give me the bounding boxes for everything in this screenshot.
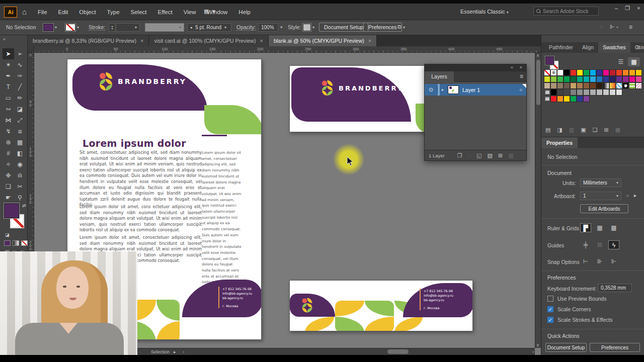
swatch[interactable]	[609, 76, 616, 82]
scroll-down-icon[interactable]: ∨	[536, 343, 539, 347]
mesh-tool[interactable]: #	[3, 148, 14, 159]
document-tab[interactable]: blank.ai @ 50% (CMYK/GPU Preview)×	[269, 35, 377, 46]
swatch[interactable]	[635, 76, 642, 82]
swatch[interactable]	[570, 69, 577, 76]
swatch[interactable]	[583, 76, 590, 82]
collapse-tools-icon[interactable]: «	[3, 37, 6, 42]
scale-corners-checkbox[interactable]: ✓	[547, 306, 553, 312]
snap-options-icon[interactable]: ⊩ ▾	[610, 24, 618, 30]
free-transform-tool[interactable]: ⧈	[14, 126, 26, 137]
stroke-weight-label[interactable]: Stroke:	[89, 24, 105, 31]
swatch[interactable]	[564, 76, 570, 82]
swatch[interactable]	[629, 69, 635, 76]
gradient-tool[interactable]: ◧	[14, 148, 26, 159]
swatch-kinds-icon[interactable]: ◨	[557, 127, 562, 133]
swatch[interactable]	[557, 69, 564, 76]
swatch[interactable]	[577, 89, 583, 96]
swatch[interactable]	[557, 96, 564, 102]
swatch[interactable]	[596, 89, 603, 96]
swatch[interactable]	[603, 69, 609, 76]
layer-name[interactable]: Layer 1	[462, 87, 519, 93]
swatch[interactable]	[596, 76, 603, 82]
next-artboard-icon[interactable]: ▸	[634, 193, 636, 198]
default-fill-stroke-icon[interactable]: ◪	[5, 232, 10, 237]
snap-point-icon[interactable]: ⊩	[608, 257, 619, 266]
pen-tool[interactable]: ✒	[3, 70, 14, 81]
stroke-color-control[interactable]: ▾	[65, 24, 79, 31]
menu-type[interactable]: Type	[107, 9, 120, 15]
show-rulers-icon[interactable]: ▛	[580, 223, 591, 232]
artboard-dropdown[interactable]: 1▾	[580, 192, 621, 200]
fill-proxy-swatch[interactable]	[545, 56, 554, 65]
menu-help[interactable]: Help	[238, 9, 251, 15]
document-tab[interactable]: brandberry.ai @ 8,33% (RGB/GPU Preview)×	[28, 35, 149, 46]
swatch[interactable]	[564, 82, 570, 89]
magic-wand-tool[interactable]: ✶	[3, 59, 14, 70]
swatch[interactable]	[564, 96, 570, 102]
menu-object[interactable]: Object	[79, 9, 96, 15]
swatch[interactable]	[590, 89, 596, 96]
swatch-libraries-icon[interactable]: ▤	[545, 127, 550, 133]
none-button[interactable]	[21, 240, 28, 246]
swatch[interactable]	[544, 96, 550, 102]
control-panel-menu-icon[interactable]: ≡	[629, 24, 632, 31]
swatch[interactable]: ⊕	[550, 69, 557, 76]
line-segment-tool[interactable]: ╱	[14, 81, 26, 93]
layer-expand-icon[interactable]: ▸	[442, 87, 448, 92]
swatch[interactable]	[550, 76, 557, 82]
selection-tool[interactable]: ➤	[3, 48, 14, 59]
perspective-grid-tool[interactable]: ▦	[14, 137, 26, 148]
properties-tab[interactable]: Properties	[541, 137, 578, 148]
restore-button[interactable]: ❐	[625, 5, 630, 12]
list-view-icon[interactable]: ☰	[615, 57, 627, 66]
swatch[interactable]	[577, 82, 583, 89]
brush-definition-dropdown[interactable]: ● 5 pt. Round ▾	[187, 23, 231, 32]
swatch[interactable]	[544, 76, 550, 82]
close-button[interactable]: ×	[637, 5, 640, 12]
swatch[interactable]	[577, 76, 583, 82]
shape-builder-tool[interactable]: ⊛	[3, 137, 14, 148]
rectangle-tool[interactable]: ▭	[3, 93, 14, 104]
horizontal-scrollbar[interactable]	[190, 349, 530, 354]
new-swatch-icon[interactable]: ⊞	[604, 127, 609, 133]
opacity-value[interactable]: 100%	[258, 23, 278, 32]
new-layer-icon[interactable]: ⊞	[498, 152, 503, 159]
swatch[interactable]	[583, 96, 590, 102]
swatch[interactable]	[609, 89, 616, 96]
blend-tool[interactable]: ◉	[14, 159, 26, 170]
swatch[interactable]	[590, 69, 596, 76]
swatch[interactable]	[570, 76, 577, 82]
tab-close-icon[interactable]: ×	[260, 38, 263, 44]
artboard-tool[interactable]: ❏	[3, 181, 14, 192]
opacity-panel-arrow-icon[interactable]: ▸	[281, 25, 283, 29]
panel-tab-swatches[interactable]: Swatches	[598, 42, 630, 53]
workspace-switcher[interactable]: Essentials Classic ▾	[460, 9, 509, 15]
stroke-color-swatch[interactable]	[65, 24, 75, 31]
swatch[interactable]	[603, 82, 609, 89]
fill-color-control[interactable]: ▾	[43, 24, 57, 31]
swatch[interactable]	[609, 69, 616, 76]
gradient-button[interactable]	[13, 240, 19, 246]
new-folder-icon[interactable]: ❏	[593, 127, 598, 133]
tab-close-icon[interactable]: ×	[368, 38, 371, 44]
document-setup-button[interactable]: Document Setup	[319, 23, 368, 32]
layer-visibility-icon[interactable]: ⊙	[425, 86, 438, 93]
swatch[interactable]	[564, 69, 570, 76]
paintbrush-tool[interactable]: ✏	[14, 93, 26, 104]
swatch[interactable]	[629, 76, 635, 82]
swatch[interactable]	[616, 82, 622, 89]
swatch[interactable]	[603, 76, 609, 82]
menu-file[interactable]: File	[38, 9, 47, 15]
swatch[interactable]	[616, 76, 622, 82]
swap-fill-stroke-icon[interactable]: ⇄	[22, 203, 26, 208]
close-panel-icon[interactable]: ×	[520, 65, 522, 70]
lasso-tool[interactable]: ∿	[14, 59, 26, 70]
layers-menu-icon[interactable]: ≡	[520, 73, 523, 80]
eyedropper-tool[interactable]: ✧	[3, 159, 14, 170]
pixel-grid-icon[interactable]: ▩	[608, 223, 619, 232]
curvature-tool[interactable]: ✑	[14, 70, 26, 81]
swatch[interactable]	[596, 82, 603, 89]
direct-selection-tool[interactable]: ➢	[14, 48, 26, 59]
swatch[interactable]	[570, 96, 577, 102]
artboard-envelope-bottom[interactable]: +7 812 345-76-98 info@bb-agency.ru bb-ag…	[289, 280, 473, 331]
